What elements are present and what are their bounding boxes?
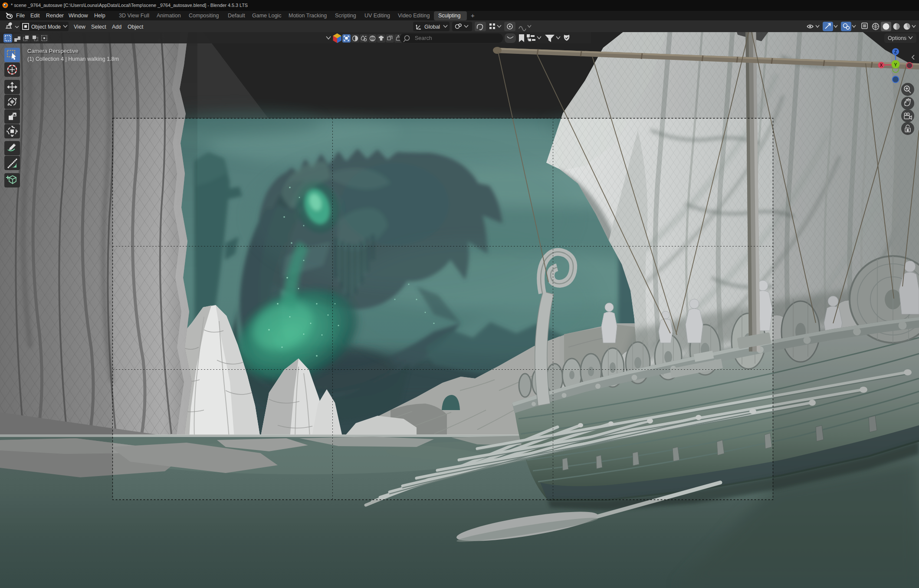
svg-text:Motion Tracking: Motion Tracking bbox=[289, 13, 327, 19]
svg-text:Render: Render bbox=[46, 13, 64, 19]
svg-text:Video Editing: Video Editing bbox=[398, 13, 430, 19]
svg-text:UV Editing: UV Editing bbox=[364, 13, 390, 19]
svg-text:Default: Default bbox=[228, 13, 245, 19]
svg-text:Options: Options bbox=[888, 35, 906, 41]
svg-text:File: File bbox=[16, 13, 25, 19]
svg-text:* scene _9764_autosave [C:\Use: * scene _9764_autosave [C:\Users\Louna\A… bbox=[11, 3, 248, 8]
svg-text:+: + bbox=[471, 12, 475, 19]
svg-text:Camera Perspective: Camera Perspective bbox=[27, 48, 79, 54]
svg-text:Edit: Edit bbox=[30, 13, 40, 19]
svg-text:Z: Z bbox=[894, 49, 897, 54]
svg-text:Y: Y bbox=[894, 62, 897, 67]
svg-text:X: X bbox=[880, 63, 883, 68]
svg-text:Add: Add bbox=[112, 24, 121, 30]
svg-text:3D View Full: 3D View Full bbox=[119, 13, 149, 19]
svg-text:Compositing: Compositing bbox=[189, 13, 219, 19]
svg-text:Object: Object bbox=[128, 24, 144, 30]
svg-text:Scripting: Scripting bbox=[335, 13, 356, 19]
svg-text:Search: Search bbox=[415, 35, 432, 41]
svg-text:Object Mode: Object Mode bbox=[31, 24, 61, 30]
svg-text:Window: Window bbox=[69, 13, 88, 19]
svg-text:Animation: Animation bbox=[157, 13, 181, 19]
svg-text:Sculpting: Sculpting bbox=[438, 13, 460, 19]
svg-text:Help: Help bbox=[94, 13, 105, 19]
svg-text:Select: Select bbox=[91, 24, 106, 30]
svg-text:View: View bbox=[74, 24, 86, 30]
svg-text:Game Logic: Game Logic bbox=[252, 13, 281, 19]
svg-text:(1) Collection 4 | Human walki: (1) Collection 4 | Human walking 1.8m bbox=[27, 56, 119, 62]
svg-text:Global: Global bbox=[424, 24, 440, 30]
